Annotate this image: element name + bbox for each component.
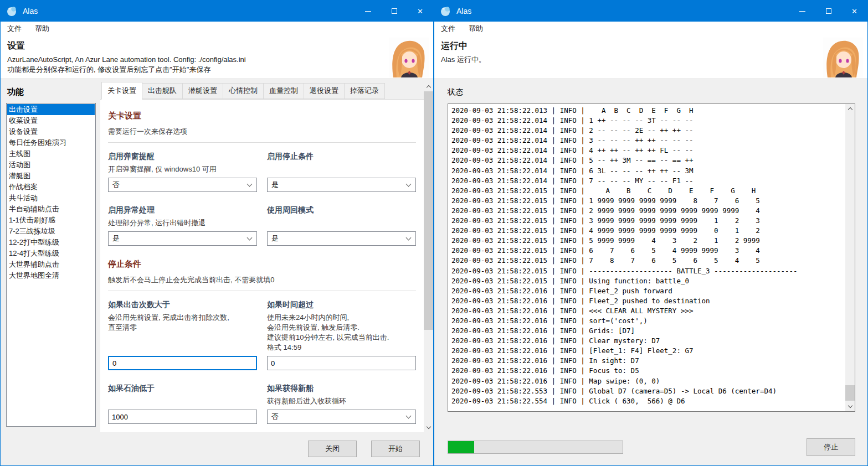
scroll-up-icon[interactable]	[424, 82, 433, 91]
tab-submarine[interactable]: 潜艇设置	[182, 83, 223, 99]
sidebar-item-7-2-farming[interactable]: 7-2三战拣垃圾	[7, 226, 95, 237]
tabstrip: 关卡设置 出击舰队 潜艇设置 心情控制 血量控制 退役设置 掉落记录	[100, 82, 424, 100]
close-icon: ✕	[417, 8, 423, 15]
chevron-down-icon	[406, 413, 412, 418]
sidebar-item-attack-settings[interactable]: 出击设置	[7, 104, 95, 115]
scroll-down-icon[interactable]	[845, 402, 855, 411]
section-subtitle-stage: 需要运行一次来保存选项	[108, 127, 416, 137]
page-header: 设置 AzurLaneAutoScript, An Azur Lane auto…	[1, 36, 433, 79]
field-oil-limit: 如果石油低于	[108, 384, 257, 424]
field-attack-count: 如果出击次数大于 会沿用先前设置, 完成出击将扣除次数, 直至清零	[108, 300, 257, 370]
sidebar-item-submarine-map[interactable]: 潜艇图	[7, 170, 95, 182]
field-label: 如果时间超过	[267, 300, 416, 310]
chevron-down-icon	[247, 181, 253, 187]
sidebar-item-semi-auto[interactable]: 半自动辅助点击	[7, 204, 95, 215]
field-label: 如果出击次数大于	[108, 300, 257, 310]
stop-condition-select[interactable]: 是	[267, 178, 416, 192]
scroll-down-icon[interactable]	[424, 423, 433, 432]
page-description: Alas 运行中。	[441, 55, 818, 65]
sidebar-item-os-clear-map[interactable]: 大世界地图全清	[7, 270, 95, 281]
settings-window: Alas ✕ 文件 帮助 设置 AzurLaneAutoScript, An A…	[0, 0, 434, 466]
sidebar-item-1-1-affinity[interactable]: 1-1伏击刷好感	[7, 215, 95, 226]
attack-count-input[interactable]	[108, 356, 257, 370]
sidebar-item-raid[interactable]: 共斗活动	[7, 193, 95, 204]
log-scrollbar[interactable]	[845, 104, 855, 411]
bottom-bar: 关闭 开始	[1, 432, 433, 465]
tab-drop-record[interactable]: 掉落记录	[344, 83, 385, 99]
content-scrollbar[interactable]	[424, 82, 433, 432]
sidebar-item-os-assist[interactable]: 大世界辅助点击	[7, 259, 95, 270]
close-settings-button[interactable]: 关闭	[308, 441, 357, 457]
tab-emotion[interactable]: 心情控制	[223, 83, 264, 99]
status-label: 状态	[448, 87, 855, 97]
tab-stage-settings[interactable]: 关卡设置	[101, 82, 142, 100]
progress-fill	[448, 441, 474, 453]
menu-item-file[interactable]: 文件	[7, 24, 22, 34]
runner-body: 状态 2020-09-03 21:58:22.013 | INFO | A B …	[434, 79, 867, 431]
chevron-down-icon	[406, 181, 412, 187]
page-header: 运行中 Alas 运行中。	[434, 36, 867, 79]
maximize-button[interactable]	[381, 1, 407, 22]
stop-button[interactable]: 停止	[807, 438, 855, 456]
tab-retire[interactable]: 退役设置	[304, 83, 345, 99]
sidebar-item-harvest-settings[interactable]: 收菜设置	[7, 115, 95, 126]
scroll-up-icon[interactable]	[845, 104, 855, 113]
menu-item-help[interactable]: 帮助	[35, 24, 49, 34]
field-exception-handling: 启用异常处理 处理部分异常, 运行出错时撤退 是	[108, 205, 257, 246]
menu-item-file[interactable]: 文件	[441, 24, 455, 34]
divider	[108, 291, 416, 291]
runner-bottom-bar: 停止	[434, 431, 867, 465]
scrollbar-thumb[interactable]	[845, 385, 855, 401]
field-label: 使用周回模式	[267, 205, 416, 215]
maximize-button[interactable]	[815, 1, 841, 22]
page-description: AzurLaneAutoScript, An Azur Lane automat…	[7, 55, 383, 65]
section-title-stop: 停止条件	[108, 259, 416, 270]
scrollbar-thumb[interactable]	[424, 91, 433, 330]
tab-content: 关卡设置 需要运行一次来保存选项 启用弹窗提醒 开启弹窗提醒, 仅 window…	[100, 100, 424, 432]
section-subtitle-stop: 触发后不会马上停止会先完成当前出击, 不需要就填0	[108, 275, 416, 285]
log-output[interactable]: 2020-09-03 21:58:22.013 | INFO | A B C D…	[448, 104, 845, 411]
field-label: 启用弹窗提醒	[108, 152, 257, 162]
chevron-down-icon	[247, 235, 253, 240]
start-button[interactable]: 开始	[371, 441, 420, 457]
sidebar-item-device-settings[interactable]: 设备设置	[7, 126, 95, 137]
sidebar-item-war-archives[interactable]: 作战档案	[7, 182, 95, 193]
maximize-icon	[826, 8, 831, 14]
close-button[interactable]: ✕	[407, 1, 433, 22]
exception-select[interactable]: 是	[108, 231, 257, 246]
minimize-button[interactable]	[355, 1, 381, 22]
new-ship-select[interactable]: 否	[267, 410, 416, 424]
menubar: 文件 帮助	[1, 22, 433, 36]
popup-alert-select[interactable]: 否	[108, 178, 257, 192]
sidebar-item-12-4-leveling[interactable]: 12-4打大型练级	[7, 248, 95, 259]
time-over-input[interactable]	[267, 356, 416, 370]
sidebar-title: 功能	[7, 87, 96, 97]
field-help: 使用未来24小时内的时间, 会沿用先前设置, 触发后清零. 建议提前10分钟左右…	[267, 313, 416, 353]
oil-limit-input[interactable]	[108, 410, 257, 424]
field-help: 会沿用先前设置, 完成出击将扣除次数, 直至清零	[108, 313, 257, 333]
tab-hp[interactable]: 血量控制	[263, 83, 304, 99]
loop-mode-select[interactable]: 是	[267, 231, 416, 246]
function-list: 出击设置 收菜设置 设备设置 每日任务困难演习 主线图 活动图 潜艇图 作战档案…	[6, 103, 96, 427]
close-icon: ✕	[851, 8, 857, 15]
select-value: 是	[112, 234, 120, 244]
sidebar: 功能 出击设置 收菜设置 设备设置 每日任务困难演习 主线图 活动图 潜艇图 作…	[1, 79, 100, 432]
tab-fleet[interactable]: 出击舰队	[142, 83, 183, 99]
page-title: 设置	[7, 40, 383, 52]
sidebar-item-main-map[interactable]: 主线图	[7, 148, 95, 159]
progress-bar	[448, 441, 623, 454]
menu-item-help[interactable]: 帮助	[469, 24, 483, 34]
sidebar-item-event-map[interactable]: 活动图	[7, 159, 95, 170]
alas-logo-icon	[440, 6, 451, 17]
titlebar: Alas ✕	[434, 1, 867, 22]
field-label: 如果获得新船	[267, 384, 416, 393]
sidebar-item-12-2-leveling[interactable]: 12-2打中型练级	[7, 237, 95, 248]
titlebar: Alas ✕	[1, 1, 433, 22]
field-label: 启用异常处理	[108, 205, 257, 215]
sidebar-item-daily-exercise[interactable]: 每日任务困难演习	[7, 137, 95, 148]
alas-logo-icon	[6, 6, 17, 17]
close-button[interactable]: ✕	[841, 1, 867, 22]
window-title: Alas	[456, 7, 471, 15]
field-label: 启用停止条件	[267, 152, 416, 162]
minimize-button[interactable]	[789, 1, 815, 22]
